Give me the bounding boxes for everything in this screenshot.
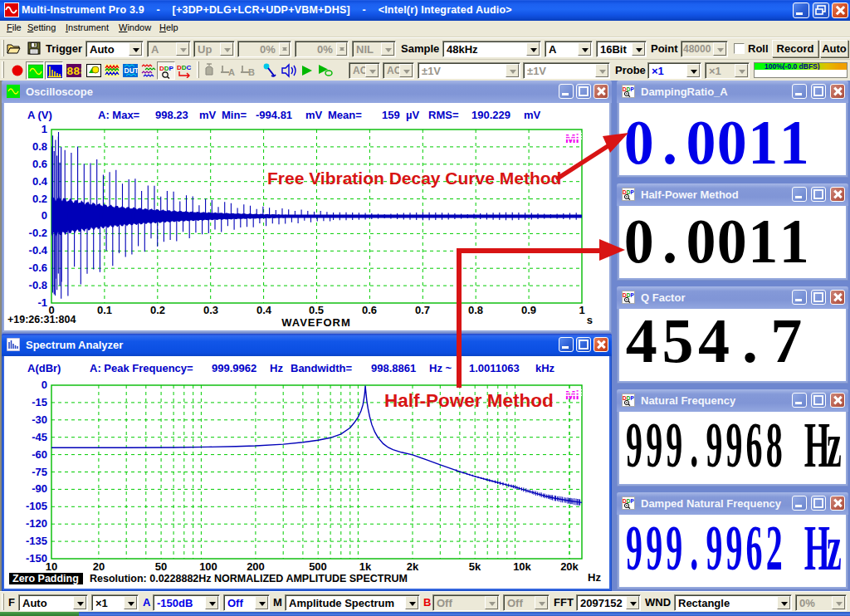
svg-text:-105: -105 [26,500,47,512]
svg-text:A(dBr): A(dBr) [27,362,61,374]
svg-text:190.229: 190.229 [471,109,510,121]
svg-text:100: 100 [199,560,217,573]
svg-text:Mean=: Mean= [328,109,362,121]
svg-text:mV: mV [524,109,541,121]
svg-text:0.2: 0.2 [32,193,47,205]
svg-text:-150: -150 [26,552,47,565]
svg-text:DUT: DUT [125,66,139,75]
svg-text:888: 888 [66,66,81,78]
svg-text:DDP: DDP [623,395,634,401]
svg-text:500: 500 [309,560,327,573]
svg-text:Hz ~: Hz ~ [429,362,452,374]
svg-text:DDP: DDP [623,86,634,92]
svg-text:Resolution: 0.0228882Hz NORMAL: Resolution: 0.0228882Hz NORMALIZED AMPLI… [90,573,408,584]
svg-text:1: 1 [579,304,584,316]
svg-text:-15: -15 [32,396,47,408]
svg-text:A (V): A (V) [27,109,52,121]
svg-text:-30: -30 [32,413,47,426]
svg-text:0.9: 0.9 [521,304,536,316]
svg-text:-0.2: -0.2 [29,227,47,239]
svg-text:0.8: 0.8 [468,304,483,316]
svg-text:998.23: 998.23 [155,109,188,121]
svg-text:RMS=: RMS= [428,109,459,121]
svg-text:DDP: DDP [623,292,634,298]
svg-text:mV: mV [305,109,323,121]
svg-text:A: A [228,67,235,76]
svg-text:5k: 5k [469,560,481,573]
svg-text:0.1: 0.1 [97,304,112,316]
svg-text:0.7: 0.7 [415,304,430,316]
svg-text:1: 1 [42,123,47,135]
svg-text:B: B [248,67,255,76]
svg-text:1k: 1k [359,560,372,573]
svg-text:0.6: 0.6 [32,158,47,170]
svg-text:Min=: Min= [222,109,247,121]
svg-text:-0.6: -0.6 [29,262,47,274]
svg-text:+19:26:31:804: +19:26:31:804 [7,314,76,325]
svg-text:0.8: 0.8 [32,140,47,153]
svg-text:999.9962: 999.9962 [212,362,256,374]
svg-text:20: 20 [93,560,105,573]
svg-text:kHz: kHz [535,362,555,374]
svg-text:50: 50 [155,560,167,573]
svg-text:DDP: DDP [623,498,634,504]
svg-text:0: 0 [42,379,47,391]
svg-text:DDC: DDC [177,64,192,71]
svg-text:0.4: 0.4 [256,304,272,316]
svg-text:0.3: 0.3 [203,304,218,316]
svg-text:-60: -60 [32,448,47,461]
svg-text:-0.4: -0.4 [29,244,48,257]
svg-text:0.5: 0.5 [309,304,324,316]
svg-text:998.8861: 998.8861 [371,362,416,374]
svg-text:s: s [587,314,593,326]
svg-text:DDP: DDP [623,189,634,195]
svg-text:DDP: DDP [159,65,174,72]
svg-text:0: 0 [42,209,47,222]
svg-text:-120: -120 [26,517,47,530]
svg-text:A: Max=: A: Max= [98,109,140,121]
svg-text:A: Peak Frequency=: A: Peak Frequency= [90,362,193,374]
svg-text:0.2: 0.2 [150,304,165,316]
svg-text:Bandwidth=: Bandwidth= [291,362,352,374]
svg-text:-0.8: -0.8 [29,279,47,291]
svg-text:0.4: 0.4 [32,175,48,188]
svg-text:Hz: Hz [270,362,283,374]
svg-text:-45: -45 [32,431,47,443]
svg-text:-90: -90 [32,482,47,495]
svg-text:-994.81: -994.81 [256,109,292,121]
svg-text:159: 159 [382,109,400,121]
svg-text:20k: 20k [560,560,579,573]
svg-text:0.6: 0.6 [362,304,377,316]
svg-text:Hz: Hz [588,571,601,584]
svg-text:-75: -75 [32,466,47,478]
svg-text:10k: 10k [513,560,531,573]
svg-text:1.0011063: 1.0011063 [469,362,520,374]
svg-text:-135: -135 [26,535,47,547]
svg-text:-1: -1 [37,296,47,309]
svg-text:Zero Padding: Zero Padding [12,573,79,584]
svg-text:µV: µV [406,109,419,121]
svg-text:WAVEFORM: WAVEFORM [281,316,351,329]
svg-text:10: 10 [46,560,57,573]
svg-text:2k: 2k [407,560,419,573]
svg-text:mV: mV [199,109,217,121]
svg-text:200: 200 [247,560,265,573]
